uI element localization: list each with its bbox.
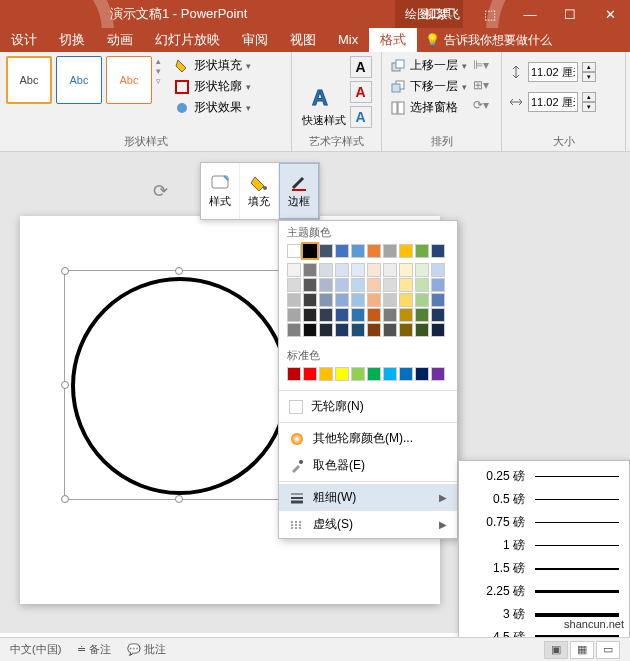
shape-selection-box[interactable] bbox=[64, 270, 294, 500]
color-swatch[interactable] bbox=[399, 244, 413, 258]
color-swatch[interactable] bbox=[431, 308, 445, 322]
color-swatch[interactable] bbox=[399, 323, 413, 337]
bring-forward-button[interactable]: 上移一层 bbox=[388, 56, 469, 75]
weight-option[interactable]: 0.25 磅 bbox=[459, 465, 629, 488]
height-spinner[interactable]: ▴▾ bbox=[582, 62, 596, 82]
color-swatch[interactable] bbox=[287, 244, 301, 258]
text-fill-button[interactable]: A bbox=[350, 56, 372, 78]
mini-fill-button[interactable]: 填充 bbox=[240, 163, 279, 219]
align-button[interactable]: ⊫▾ bbox=[473, 58, 489, 72]
color-swatch[interactable] bbox=[335, 323, 349, 337]
color-swatch[interactable] bbox=[399, 293, 413, 307]
normal-view-button[interactable]: ▣ bbox=[544, 641, 568, 659]
rotate-handle-icon[interactable]: ⟳ bbox=[153, 180, 168, 202]
color-swatch[interactable] bbox=[431, 323, 445, 337]
color-swatch[interactable] bbox=[351, 293, 365, 307]
quick-styles-button[interactable]: A 快速样式 bbox=[302, 85, 346, 128]
color-swatch[interactable] bbox=[287, 293, 301, 307]
color-swatch[interactable] bbox=[319, 263, 333, 277]
color-swatch[interactable] bbox=[335, 263, 349, 277]
color-swatch[interactable] bbox=[415, 263, 429, 277]
shape-effects-button[interactable]: 形状效果 bbox=[172, 98, 253, 117]
weight-option[interactable]: 2.25 磅 bbox=[459, 580, 629, 603]
language-indicator[interactable]: 中文(中国) bbox=[10, 642, 61, 657]
color-swatch[interactable] bbox=[431, 367, 445, 381]
notes-button[interactable]: ≐ 备注 bbox=[77, 642, 111, 657]
color-swatch[interactable] bbox=[303, 293, 317, 307]
weight-option[interactable]: 1.5 磅 bbox=[459, 557, 629, 580]
user-name[interactable]: 柳絮飞 bbox=[424, 6, 460, 23]
weight-option[interactable]: 0.75 磅 bbox=[459, 511, 629, 534]
shape-fill-button[interactable]: 形状填充 bbox=[172, 56, 253, 75]
color-swatch[interactable] bbox=[431, 244, 445, 258]
color-swatch[interactable] bbox=[367, 323, 381, 337]
style-gallery-scroll[interactable]: ▴▾▿ bbox=[156, 56, 168, 86]
color-swatch[interactable] bbox=[335, 244, 349, 258]
color-swatch[interactable] bbox=[319, 308, 333, 322]
color-swatch[interactable] bbox=[399, 263, 413, 277]
shape-style-preset-1[interactable]: Abc bbox=[6, 56, 52, 104]
color-swatch[interactable] bbox=[415, 367, 429, 381]
color-swatch[interactable] bbox=[383, 323, 397, 337]
resize-handle[interactable] bbox=[61, 495, 69, 503]
color-swatch[interactable] bbox=[415, 293, 429, 307]
shape-height-input[interactable] bbox=[528, 62, 578, 82]
color-swatch[interactable] bbox=[287, 367, 301, 381]
dashes-item[interactable]: 虚线(S)▶ bbox=[279, 511, 457, 538]
tab-审阅[interactable]: 审阅 bbox=[231, 28, 279, 52]
tab-设计[interactable]: 设计 bbox=[0, 28, 48, 52]
color-swatch[interactable] bbox=[383, 278, 397, 292]
color-swatch[interactable] bbox=[335, 367, 349, 381]
eyedropper-item[interactable]: 取色器(E) bbox=[279, 452, 457, 479]
oval-shape[interactable] bbox=[71, 277, 289, 495]
color-swatch[interactable] bbox=[415, 244, 429, 258]
color-swatch[interactable] bbox=[335, 278, 349, 292]
color-swatch[interactable] bbox=[415, 308, 429, 322]
resize-handle[interactable] bbox=[61, 267, 69, 275]
mini-style-button[interactable]: 样式 bbox=[201, 163, 240, 219]
color-swatch[interactable] bbox=[335, 308, 349, 322]
color-swatch[interactable] bbox=[383, 308, 397, 322]
weight-option[interactable]: 1 磅 bbox=[459, 534, 629, 557]
shape-outline-button[interactable]: 形状轮廓 bbox=[172, 77, 253, 96]
weight-option[interactable]: 0.5 磅 bbox=[459, 488, 629, 511]
tab-Mix[interactable]: Mix bbox=[327, 28, 369, 52]
shape-style-preset-3[interactable]: Abc bbox=[106, 56, 152, 104]
color-swatch[interactable] bbox=[351, 244, 365, 258]
color-swatch[interactable] bbox=[415, 278, 429, 292]
color-swatch[interactable] bbox=[367, 278, 381, 292]
color-swatch[interactable] bbox=[303, 244, 317, 258]
color-swatch[interactable] bbox=[399, 278, 413, 292]
color-swatch[interactable] bbox=[399, 367, 413, 381]
color-swatch[interactable] bbox=[319, 367, 333, 381]
color-swatch[interactable] bbox=[367, 308, 381, 322]
shape-style-preset-2[interactable]: Abc bbox=[56, 56, 102, 104]
color-swatch[interactable] bbox=[367, 263, 381, 277]
no-outline-item[interactable]: 无轮廓(N) bbox=[279, 393, 457, 420]
tab-幻灯片放映[interactable]: 幻灯片放映 bbox=[144, 28, 231, 52]
color-swatch[interactable] bbox=[303, 367, 317, 381]
reading-view-button[interactable]: ▭ bbox=[596, 641, 620, 659]
color-swatch[interactable] bbox=[431, 293, 445, 307]
resize-handle[interactable] bbox=[61, 381, 69, 389]
text-outline-button[interactable]: A bbox=[350, 81, 372, 103]
sorter-view-button[interactable]: ▦ bbox=[570, 641, 594, 659]
text-effects-button[interactable]: A bbox=[350, 106, 372, 128]
color-swatch[interactable] bbox=[287, 278, 301, 292]
tab-视图[interactable]: 视图 bbox=[279, 28, 327, 52]
minimize-button[interactable]: ― bbox=[510, 0, 550, 28]
color-swatch[interactable] bbox=[303, 308, 317, 322]
color-swatch[interactable] bbox=[351, 278, 365, 292]
color-swatch[interactable] bbox=[415, 323, 429, 337]
color-swatch[interactable] bbox=[383, 367, 397, 381]
color-swatch[interactable] bbox=[335, 293, 349, 307]
tab-动画[interactable]: 动画 bbox=[96, 28, 144, 52]
weight-item[interactable]: 粗细(W)▶ bbox=[279, 484, 457, 511]
color-swatch[interactable] bbox=[383, 244, 397, 258]
color-swatch[interactable] bbox=[287, 263, 301, 277]
ribbon-options-icon[interactable]: ⬚ bbox=[470, 0, 510, 28]
send-backward-button[interactable]: 下移一层 bbox=[388, 77, 469, 96]
color-swatch[interactable] bbox=[319, 323, 333, 337]
color-swatch[interactable] bbox=[399, 308, 413, 322]
color-swatch[interactable] bbox=[303, 323, 317, 337]
